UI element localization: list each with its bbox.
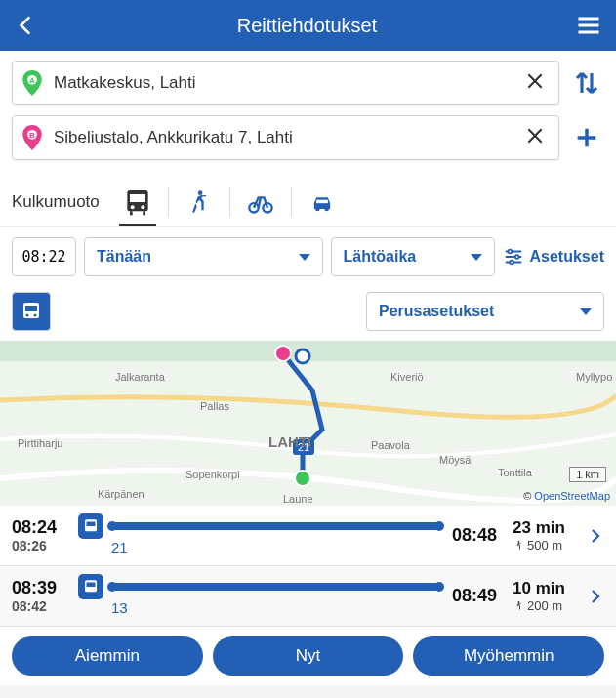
- result-walk: 200 m: [513, 598, 577, 613]
- progress-bar: [109, 522, 442, 530]
- swap-button[interactable]: [569, 68, 604, 98]
- mode-label: Kulkumuoto: [12, 192, 100, 212]
- map-attribution: © OpenStreetMap: [523, 490, 610, 502]
- separator: [168, 187, 169, 217]
- result-duration: 23 min: [513, 518, 577, 538]
- origin-input-wrap: A: [12, 61, 559, 105]
- sliders-icon: [503, 246, 524, 267]
- mode-transit[interactable]: [113, 182, 162, 223]
- svg-text:Kiveriö: Kiveriö: [390, 371, 424, 383]
- result-duration: 10 min: [513, 579, 577, 598]
- menu-button[interactable]: [575, 12, 602, 39]
- osm-link[interactable]: OpenStreetMap: [534, 490, 610, 502]
- settings-label: Asetukset: [530, 248, 604, 266]
- date-dropdown[interactable]: Tänään: [84, 237, 323, 276]
- svg-point-10: [198, 190, 203, 195]
- svg-rect-20: [25, 306, 37, 311]
- result-depart-secondary: 08:26: [12, 538, 68, 554]
- sub-options-row: Perusasetukset: [0, 286, 616, 342]
- chevron-down-icon: [471, 254, 482, 261]
- footer-nav: Aiemmin Nyt Myöhemmin: [0, 627, 616, 685]
- result-walk: 500 m: [513, 538, 577, 553]
- mode-walk[interactable]: [175, 182, 224, 223]
- svg-point-21: [26, 314, 29, 317]
- bus-icon: [122, 186, 153, 218]
- svg-rect-5: [130, 194, 145, 202]
- result-line: 13: [111, 599, 442, 616]
- separator: [229, 187, 230, 217]
- options-row: 08:22 Tänään Lähtöaika Asetukset: [0, 226, 616, 286]
- bus-icon: [82, 517, 100, 535]
- result-item[interactable]: 08:39 08:42 13 08:49 10 min 200 m: [0, 566, 616, 627]
- clear-destination-button[interactable]: [521, 124, 549, 151]
- svg-point-47: [518, 601, 520, 603]
- destination-input-wrap: B: [12, 115, 559, 160]
- time-input[interactable]: 08:22: [12, 237, 76, 276]
- svg-point-16: [508, 250, 512, 254]
- svg-text:Kärpänen: Kärpänen: [98, 488, 144, 500]
- date-label: Tänään: [97, 248, 151, 266]
- svg-point-17: [514, 255, 518, 259]
- svg-text:Laune: Laune: [283, 493, 313, 505]
- svg-text:Tonttila: Tonttila: [498, 467, 533, 478]
- mode-bike[interactable]: [236, 182, 285, 223]
- svg-text:Jalkaranta: Jalkaranta: [115, 371, 166, 383]
- basic-settings-dropdown[interactable]: Perusasetukset: [366, 292, 604, 331]
- result-line: 21: [111, 539, 442, 555]
- svg-text:Pallas: Pallas: [200, 400, 229, 412]
- results-list: 08:24 08:26 21 08:48 23 min 500 m 08:39 …: [0, 506, 616, 627]
- svg-rect-8: [130, 211, 133, 215]
- result-depart: 08:39: [12, 578, 68, 598]
- result-bar: 13: [78, 576, 442, 616]
- swap-icon: [572, 68, 601, 98]
- depart-label: Lähtöaika: [344, 248, 417, 266]
- svg-point-25: [295, 471, 310, 486]
- bus-icon: [20, 300, 43, 323]
- svg-point-14: [324, 207, 329, 212]
- close-icon: [525, 71, 545, 91]
- chevron-right-icon: [587, 522, 604, 550]
- later-button[interactable]: Myöhemmin: [413, 636, 604, 676]
- map-canvas: 21 Jalkaranta Kiveriö Pallas Pirttiharju…: [0, 342, 616, 506]
- origin-input[interactable]: [54, 73, 521, 93]
- svg-point-13: [315, 207, 320, 212]
- svg-rect-46: [87, 583, 96, 588]
- now-button[interactable]: Nyt: [213, 636, 404, 676]
- pin-a-icon: A: [22, 70, 42, 96]
- svg-text:Paavola: Paavola: [371, 439, 411, 451]
- earlier-button[interactable]: Aiemmin: [12, 636, 203, 676]
- progress-bar: [109, 583, 442, 591]
- chevron-down-icon: [299, 254, 310, 261]
- mode-car[interactable]: [298, 182, 347, 223]
- destination-input[interactable]: [54, 128, 521, 147]
- result-depart: 08:24: [12, 517, 68, 538]
- result-meta: 23 min 500 m: [513, 518, 577, 553]
- transit-filter-button[interactable]: [12, 292, 51, 331]
- svg-point-27: [296, 349, 309, 363]
- svg-rect-9: [143, 211, 145, 215]
- destination-row: B: [12, 115, 604, 160]
- add-via-button[interactable]: [569, 124, 604, 151]
- depart-dropdown[interactable]: Lähtöaika: [331, 237, 495, 276]
- clear-origin-button[interactable]: [521, 69, 549, 97]
- result-item[interactable]: 08:24 08:26 21 08:48 23 min 500 m: [0, 506, 616, 566]
- result-meta: 10 min 200 m: [513, 579, 577, 613]
- svg-point-6: [130, 205, 134, 209]
- origin-row: A: [12, 61, 604, 105]
- route-map[interactable]: 21 Jalkaranta Kiveriö Pallas Pirttiharju…: [0, 342, 616, 506]
- svg-point-18: [510, 261, 513, 265]
- svg-point-22: [34, 314, 37, 317]
- chevron-down-icon: [580, 308, 592, 315]
- result-arrive: 08:48: [452, 525, 503, 546]
- settings-button[interactable]: Asetukset: [503, 246, 604, 267]
- back-button[interactable]: [14, 13, 39, 38]
- chevron-right-icon: [587, 583, 604, 610]
- svg-text:Sopenkorpi: Sopenkorpi: [185, 469, 240, 480]
- bus-badge: [78, 513, 103, 539]
- walk-icon: [513, 539, 524, 553]
- bus-badge: [78, 574, 103, 599]
- svg-text:B: B: [29, 131, 35, 140]
- svg-rect-15: [316, 200, 328, 204]
- walk-icon: [185, 188, 213, 216]
- bus-icon: [82, 578, 100, 595]
